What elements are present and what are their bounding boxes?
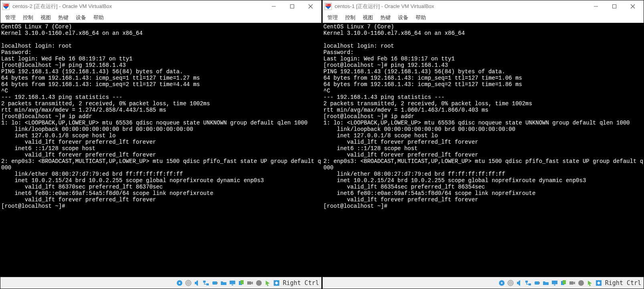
- svg-rect-12: [195, 282, 196, 284]
- hostkey-label: Right Ctrl: [605, 279, 641, 287]
- svg-rect-14: [203, 281, 206, 283]
- svg-rect-18: [230, 281, 235, 284]
- hostkey-icon[interactable]: [595, 279, 603, 287]
- svg-rect-45: [552, 281, 557, 284]
- virtualbox-icon: 64: [324, 2, 332, 10]
- mouse-icon[interactable]: [586, 279, 594, 287]
- maximize-button[interactable]: [283, 0, 301, 12]
- display-icon[interactable]: [551, 279, 559, 287]
- svg-marker-13: [196, 280, 198, 286]
- folder-icon[interactable]: [220, 279, 228, 287]
- svg-rect-32: [613, 5, 616, 8]
- close-button[interactable]: [301, 0, 320, 12]
- svg-marker-50: [573, 281, 575, 285]
- svg-rect-21: [240, 280, 244, 284]
- net-icon[interactable]: [524, 279, 532, 287]
- display-icon[interactable]: [228, 279, 236, 287]
- usb-icon[interactable]: [211, 279, 219, 287]
- svg-rect-22: [247, 281, 251, 285]
- svg-text:64: 64: [325, 4, 328, 6]
- terminal[interactable]: CentOS Linux 7 (Core) Kernel 3.10.0-1160…: [323, 23, 644, 277]
- menu-help[interactable]: 帮助: [416, 14, 426, 21]
- svg-marker-23: [251, 281, 253, 285]
- menu-hotkey[interactable]: 热键: [380, 14, 391, 21]
- folder-icon[interactable]: [542, 279, 550, 287]
- svg-rect-15: [206, 283, 209, 285]
- svg-rect-44: [539, 282, 540, 284]
- vm-window-1: 64 centos-1 [正在运行] - Oracle VM VirtualBo…: [322, 0, 644, 289]
- window-controls: [264, 0, 320, 12]
- svg-rect-41: [525, 281, 528, 283]
- svg-point-9: [179, 282, 180, 284]
- hostkey-label: Right Ctrl: [283, 279, 319, 287]
- window-title: centos-1 [正在运行] - Oracle VM VirtualBox: [335, 3, 587, 10]
- svg-rect-48: [563, 280, 566, 284]
- virtualbox-icon: 64: [2, 2, 10, 10]
- menu-manage[interactable]: 管理: [327, 14, 338, 21]
- svg-point-11: [188, 282, 189, 284]
- audio-icon[interactable]: [193, 279, 201, 287]
- statusbar: Right Ctrl: [0, 277, 321, 289]
- record-icon[interactable]: [568, 279, 576, 287]
- desktop: 64 centos-2 [正在运行] - Oracle VM VirtualBo…: [0, 0, 644, 289]
- svg-rect-39: [517, 282, 519, 284]
- net-icon[interactable]: [202, 279, 210, 287]
- svg-point-36: [501, 282, 503, 284]
- svg-marker-40: [519, 280, 520, 286]
- menu-help[interactable]: 帮助: [93, 14, 104, 21]
- svg-rect-46: [554, 285, 555, 285]
- guest-icon[interactable]: [577, 279, 585, 287]
- menu-control[interactable]: 控制: [23, 14, 33, 21]
- clipboard-icon[interactable]: [237, 279, 245, 287]
- hdd-icon[interactable]: [176, 279, 184, 287]
- window-title: centos-2 [正在运行] - Oracle VM VirtualBox: [12, 3, 264, 10]
- menu-view[interactable]: 视图: [40, 14, 51, 21]
- svg-point-38: [510, 282, 511, 284]
- record-icon[interactable]: [246, 279, 254, 287]
- titlebar[interactable]: 64 centos-2 [正在运行] - Oracle VM VirtualBo…: [0, 0, 321, 12]
- svg-rect-17: [216, 282, 218, 284]
- close-button[interactable]: [624, 0, 642, 12]
- cd-icon[interactable]: [507, 279, 515, 287]
- menubar: 管理 控制 视图 热键 设备 帮助: [323, 12, 644, 23]
- menubar: 管理 控制 视图 热键 设备 帮助: [0, 12, 321, 23]
- menu-view[interactable]: 视图: [363, 14, 373, 21]
- menu-devices[interactable]: 设备: [76, 14, 86, 21]
- hdd-icon[interactable]: [498, 279, 506, 287]
- minimize-button[interactable]: [587, 0, 605, 12]
- hostkey-icon[interactable]: [273, 279, 281, 287]
- svg-point-24: [256, 280, 262, 286]
- menu-hotkey[interactable]: 热键: [58, 14, 69, 21]
- cd-icon[interactable]: [184, 279, 192, 287]
- minimize-button[interactable]: [264, 0, 283, 12]
- maximize-button[interactable]: [605, 0, 624, 12]
- clipboard-icon[interactable]: [559, 279, 567, 287]
- audio-icon[interactable]: [515, 279, 523, 287]
- svg-rect-42: [529, 283, 531, 285]
- vm-window-0: 64 centos-2 [正在运行] - Oracle VM VirtualBo…: [0, 0, 322, 289]
- svg-point-51: [578, 280, 584, 286]
- menu-devices[interactable]: 设备: [398, 14, 408, 21]
- menu-control[interactable]: 控制: [345, 14, 355, 21]
- guest-icon[interactable]: [255, 279, 263, 287]
- statusbar: Right Ctrl: [323, 277, 644, 289]
- svg-rect-5: [291, 5, 294, 8]
- usb-icon[interactable]: [533, 279, 541, 287]
- terminal[interactable]: CentOS Linux 7 (Core) Kernel 3.10.0-1160…: [0, 23, 321, 277]
- mouse-icon[interactable]: [264, 279, 272, 287]
- svg-rect-19: [232, 285, 233, 285]
- svg-rect-49: [569, 281, 573, 285]
- menu-manage[interactable]: 管理: [5, 14, 16, 21]
- titlebar[interactable]: 64 centos-1 [正在运行] - Oracle VM VirtualBo…: [323, 0, 644, 12]
- window-controls: [587, 0, 642, 12]
- svg-text:64: 64: [3, 4, 6, 6]
